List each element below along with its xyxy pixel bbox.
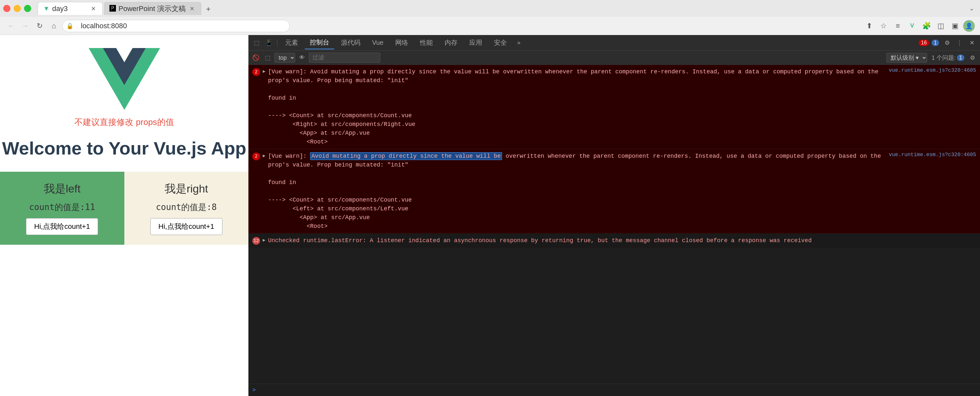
right-comp-count: count的值是:8 bbox=[156, 202, 217, 213]
devtools-tab-application[interactable]: 应用 bbox=[464, 37, 487, 49]
reading-icon: ≡ bbox=[896, 22, 900, 30]
devtools-tab-sources[interactable]: 源代码 bbox=[336, 37, 366, 49]
profile-button[interactable]: 👤 bbox=[963, 20, 975, 32]
share-button[interactable]: ⬆ bbox=[863, 20, 875, 32]
device-icon: 📱 bbox=[265, 39, 272, 46]
devtools-close-btn[interactable]: ✕ bbox=[966, 37, 977, 48]
back-button[interactable]: ← bbox=[5, 20, 17, 32]
content-area: 不建议直接修改 props的值 Welcome to Your Vue.js A… bbox=[0, 35, 980, 396]
console-badge-1: 2 bbox=[252, 68, 260, 76]
devtools-tab-vue[interactable]: Vue bbox=[367, 37, 389, 48]
vue-app-panel: 不建议直接修改 props的值 Welcome to Your Vue.js A… bbox=[0, 35, 248, 396]
eye-icon: 👁 bbox=[299, 54, 305, 61]
tab-list: ▼ day3 ✕ 🅿 PowerPoint 演示文稿 ✕ + bbox=[38, 2, 965, 15]
vue-logo bbox=[89, 48, 160, 110]
devtools-tab-elements[interactable]: 元素 bbox=[280, 37, 303, 49]
inspect-icon: ⬚ bbox=[254, 39, 259, 46]
console-link-1[interactable]: vue.runtime.esm.js?c320:4605 bbox=[889, 67, 976, 73]
console-link-2[interactable]: vue.runtime.esm.js?c320:4605 bbox=[889, 152, 976, 158]
right-component: 我是right count的值是:8 Hi,点我给count+1 bbox=[124, 172, 249, 245]
console-entry-3: 12 ▶ Unchecked runtime.lastError: A list… bbox=[248, 234, 980, 248]
console-badge-2: 2 bbox=[252, 153, 260, 161]
issues-container: 1 个问题: 1 bbox=[932, 54, 966, 62]
vue-app-title: Welcome to Your Vue.js App bbox=[2, 138, 247, 159]
right-comp-button[interactable]: Hi,点我给count+1 bbox=[150, 218, 223, 235]
ext-sidebar2[interactable]: ▣ bbox=[949, 20, 961, 32]
console-text-1: [Vue warn]: Avoid mutating a prop direct… bbox=[268, 67, 886, 146]
forward-button[interactable]: → bbox=[19, 20, 31, 32]
error-badge: 16 bbox=[919, 40, 929, 46]
devtools-inspect-btn[interactable]: ⬚ bbox=[251, 37, 262, 48]
devtools-toolbar2: 🚫 ⬚ top 👁 默认级别 ▾ 1 个问题: 1 bbox=[248, 51, 980, 65]
vue-components-row: 我是left count的值是:11 Hi,点我给count+1 我是right… bbox=[0, 172, 248, 245]
window-maximize[interactable] bbox=[24, 5, 31, 12]
right-comp-title: 我是right bbox=[165, 181, 208, 196]
console-arrow-3[interactable]: ▶ bbox=[263, 237, 265, 243]
left-comp-count: count的值是:11 bbox=[29, 202, 95, 213]
devtools-tab-network[interactable]: 网络 bbox=[390, 37, 414, 49]
devtools-tab-memory[interactable]: 内存 bbox=[439, 37, 463, 49]
log-level-select[interactable]: 默认级别 ▾ bbox=[886, 53, 927, 63]
filter-input[interactable] bbox=[309, 52, 380, 63]
reload-button[interactable]: ↻ bbox=[34, 20, 45, 32]
home-button[interactable]: ⌂ bbox=[48, 20, 60, 32]
left-comp-title: 我是left bbox=[44, 181, 81, 196]
devtools-more-btn[interactable]: » bbox=[513, 37, 524, 48]
ext-puzzle[interactable]: 🧩 bbox=[920, 20, 932, 32]
issues-label: 1 个问题: bbox=[932, 54, 956, 62]
console-entry-1: 2 ▶ [Vue warn]: Avoid mutating a prop di… bbox=[248, 65, 980, 149]
console-arrow-1[interactable]: ▶ bbox=[263, 68, 265, 74]
profile-icon: 👤 bbox=[966, 22, 972, 30]
tab-day3[interactable]: ▼ day3 ✕ bbox=[38, 2, 103, 15]
devtools-tab-security[interactable]: 安全 bbox=[489, 37, 512, 49]
console-toggle-btn[interactable]: ⬚ bbox=[263, 53, 272, 63]
share-icon: ⬆ bbox=[866, 22, 872, 30]
reload-icon: ↻ bbox=[37, 22, 43, 30]
devtools-menu-btn[interactable]: ⋮ bbox=[954, 37, 965, 48]
left-comp-button[interactable]: Hi,点我给count+1 bbox=[26, 218, 98, 235]
devtools-separator-1 bbox=[277, 39, 277, 47]
address-input[interactable]: localhost:8080 bbox=[62, 20, 290, 32]
vue-devtools-ext[interactable]: V bbox=[906, 20, 918, 32]
home-icon: ⌂ bbox=[52, 22, 56, 30]
address-bar-wrapper: 🔒 localhost:8080 bbox=[62, 20, 290, 32]
lock-icon: 🔒 bbox=[66, 22, 73, 30]
window-controls bbox=[3, 5, 31, 12]
console-prompt: > bbox=[248, 384, 980, 396]
left-component: 我是left count的值是:11 Hi,点我给count+1 bbox=[0, 172, 124, 245]
console-entry-2: 2 ▶ [Vue warn]: Avoid mutating a prop di… bbox=[248, 149, 980, 234]
bookmark-button[interactable]: ☆ bbox=[877, 20, 890, 32]
reading-list-button[interactable]: ≡ bbox=[892, 20, 904, 32]
ext-sidebar[interactable]: ◫ bbox=[935, 20, 947, 32]
console-arrow-2[interactable]: ▶ bbox=[263, 153, 265, 158]
tab-bar-right: ⌄ bbox=[966, 4, 977, 13]
console-clear-btn[interactable]: 🚫 bbox=[251, 53, 261, 63]
context-select[interactable]: top bbox=[274, 53, 295, 63]
tab-bar-more[interactable]: ⌄ bbox=[966, 4, 977, 13]
tab-powerpoint-title: PowerPoint 演示文稿 bbox=[119, 4, 186, 14]
tab-day3-close[interactable]: ✕ bbox=[90, 5, 97, 13]
toggle-icon: ⬚ bbox=[265, 54, 270, 61]
toolbar2-settings-btn[interactable]: ⚙ bbox=[968, 53, 977, 63]
console-text-2: [Vue warn]: Avoid mutating a prop direct… bbox=[268, 152, 886, 231]
eye-btn[interactable]: 👁 bbox=[297, 53, 307, 63]
console-input[interactable] bbox=[258, 387, 976, 393]
new-tab-button[interactable]: + bbox=[203, 3, 214, 15]
window-close[interactable] bbox=[3, 5, 10, 12]
tab-powerpoint[interactable]: 🅿 PowerPoint 演示文稿 ✕ bbox=[104, 2, 201, 15]
browser-window: ▼ day3 ✕ 🅿 PowerPoint 演示文稿 ✕ + ⌄ ← → ↻ bbox=[0, 0, 980, 396]
devtools-tab-console[interactable]: 控制台 bbox=[305, 36, 334, 49]
tab-day3-title: day3 bbox=[52, 5, 68, 13]
devtools-panel: ⬚ 📱 元素 控制台 源代码 Vue 网络 性能 内存 应用 安全 » 16 1 bbox=[248, 35, 980, 396]
devtools-device-btn[interactable]: 📱 bbox=[263, 37, 274, 48]
console-output: 2 ▶ [Vue warn]: Avoid mutating a prop di… bbox=[248, 65, 980, 384]
vue-warning-text: 不建议直接修改 props的值 bbox=[74, 116, 174, 128]
warning-badge: 1 bbox=[932, 40, 939, 46]
devtools-settings-btn[interactable]: ⚙ bbox=[942, 37, 953, 48]
address-bar-actions: ⬆ ☆ ≡ V 🧩 ◫ ▣ 👤 bbox=[863, 20, 975, 32]
tab-ppt-icon: 🅿 bbox=[110, 5, 116, 12]
window-minimize[interactable] bbox=[14, 5, 21, 12]
issues-count-badge: 1 bbox=[957, 54, 964, 61]
devtools-tab-performance[interactable]: 性能 bbox=[415, 37, 438, 49]
tab-powerpoint-close[interactable]: ✕ bbox=[188, 5, 196, 13]
